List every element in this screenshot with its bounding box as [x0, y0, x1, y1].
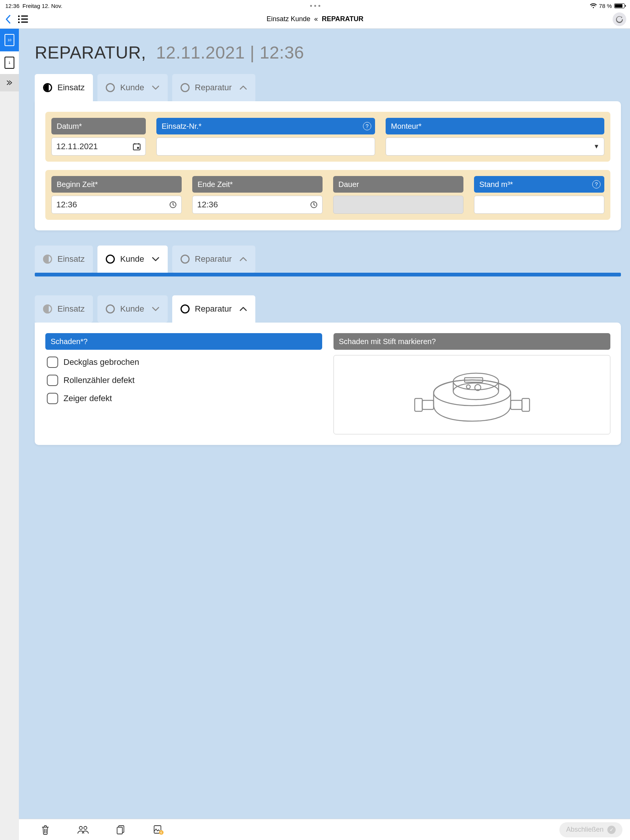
- checkbox-icon: [47, 357, 58, 368]
- svg-rect-5: [422, 400, 434, 409]
- tab-reparatur[interactable]: Reparatur: [172, 74, 255, 101]
- tab-kunde[interactable]: Kunde: [98, 245, 168, 273]
- label-monteur: Monteur*: [385, 118, 604, 134]
- tab-label: Einsatz: [57, 83, 85, 93]
- chevron-down-icon: [152, 307, 159, 311]
- people-button[interactable]: [64, 826, 102, 834]
- input-ende[interactable]: 12:36: [192, 196, 322, 214]
- calendar-icon: [133, 142, 141, 151]
- section-divider: [35, 273, 621, 276]
- chevron-up-icon: [240, 257, 247, 261]
- svg-rect-1: [137, 147, 139, 149]
- help-icon[interactable]: ?: [592, 180, 600, 188]
- tab-strip-kunde: Einsatz Kunde Reparatur: [19, 245, 630, 273]
- circle-icon: [180, 83, 189, 92]
- svg-point-15: [84, 826, 87, 829]
- finish-label: Abschließen: [566, 826, 603, 834]
- check-rollenzaehler[interactable]: Rollenzähler defekt: [47, 375, 322, 386]
- tab-label: Kunde: [120, 304, 144, 314]
- tab-label: Reparatur: [195, 304, 232, 314]
- input-value: 12:36: [197, 200, 218, 210]
- help-icon[interactable]: ?: [84, 337, 88, 346]
- input-einsatz-nr[interactable]: [156, 137, 375, 156]
- document-icon: 10: [5, 34, 14, 46]
- chevron-down-icon: [152, 257, 159, 261]
- tab-label: Kunde: [120, 254, 144, 264]
- input-value: 12.11.2021: [56, 142, 98, 152]
- svg-text:€: €: [161, 831, 163, 834]
- half-circle-icon: [43, 305, 52, 314]
- battery-icon: [614, 3, 625, 8]
- circle-icon: [106, 254, 115, 264]
- card-einsatz: Datum* 12.11.2021 Einsatz-Nr.*?: [35, 101, 621, 231]
- trash-button[interactable]: [27, 825, 64, 835]
- dropdown-icon: ▼: [594, 143, 599, 150]
- finish-button[interactable]: Abschließen: [559, 822, 622, 837]
- select-monteur[interactable]: ▼: [385, 137, 604, 156]
- tab-reparatur[interactable]: Reparatur: [172, 295, 255, 322]
- copy-button[interactable]: [102, 825, 140, 835]
- bottom-toolbar: € Abschließen: [19, 819, 630, 840]
- svg-rect-4: [415, 398, 422, 411]
- check-circle-icon: [607, 826, 616, 834]
- input-stand[interactable]: [474, 196, 604, 214]
- page-title: REPARATUR, 12.11.2021 | 12:36: [19, 29, 630, 74]
- input-beginn[interactable]: 12:36: [51, 196, 182, 214]
- check-label: Deckglas gebrochen: [63, 357, 139, 367]
- svg-rect-6: [511, 400, 522, 409]
- sidebar-doc-current[interactable]: 10: [0, 29, 19, 51]
- label-einsatz-nr: Einsatz-Nr.*?: [156, 118, 375, 134]
- document-icon: 1: [5, 57, 14, 69]
- input-value: 12:36: [56, 200, 77, 210]
- input-datum[interactable]: 12.11.2021: [51, 137, 146, 156]
- image-coin-button[interactable]: €: [140, 825, 177, 835]
- status-bar: 12:36 Freitag 12. Nov. 78 %: [0, 0, 630, 10]
- check-label: Zeiger defekt: [63, 393, 112, 403]
- tab-kunde[interactable]: Kunde: [98, 295, 168, 322]
- check-deckglas[interactable]: Deckglas gebrochen: [47, 357, 322, 368]
- circle-icon: [180, 254, 189, 264]
- tab-reparatur[interactable]: Reparatur: [172, 245, 255, 273]
- tab-einsatz[interactable]: Einsatz: [35, 245, 93, 273]
- nav-bar: Einsatz Kunde « REPARATUR: [0, 10, 630, 29]
- help-icon[interactable]: ?: [432, 337, 436, 346]
- label-beginn: Beginn Zeit*: [51, 176, 182, 193]
- nav-title: Einsatz Kunde « REPARATUR: [0, 15, 630, 23]
- svg-point-8: [434, 380, 511, 406]
- chevron-down-icon: [152, 85, 159, 90]
- help-icon[interactable]: ?: [363, 122, 371, 130]
- circle-icon: [106, 305, 115, 314]
- label-ende: Ende Zeit*: [192, 176, 322, 193]
- svg-point-14: [79, 826, 82, 829]
- tab-einsatz[interactable]: Einsatz: [35, 74, 93, 101]
- clock-icon: [169, 201, 177, 208]
- svg-rect-7: [522, 398, 529, 411]
- side-rail: 10 1: [0, 29, 19, 840]
- checkbox-icon: [47, 375, 58, 386]
- chevron-up-icon: [240, 85, 247, 90]
- tab-strip-reparatur: Einsatz Kunde Reparatur: [19, 295, 630, 322]
- circle-icon: [180, 305, 189, 314]
- label-dauer: Dauer: [333, 176, 463, 193]
- tab-einsatz[interactable]: Einsatz: [35, 295, 93, 322]
- label-stand: Stand m³*?: [474, 176, 604, 193]
- sidebar-expand[interactable]: [0, 74, 19, 92]
- multitask-dots: [0, 5, 630, 7]
- half-circle-icon: [43, 83, 52, 92]
- tab-label: Einsatz: [57, 304, 85, 314]
- half-circle-icon: [43, 254, 52, 264]
- checkbox-icon: [47, 393, 58, 404]
- input-dauer: [333, 196, 463, 214]
- circle-icon: [106, 83, 115, 92]
- label-mark: Schaden mit Stift markieren?: [333, 333, 610, 350]
- card-reparatur: Schaden*? Deckglas gebrochen Rollenzähle…: [35, 322, 621, 445]
- tab-label: Reparatur: [195, 254, 232, 264]
- svg-rect-0: [133, 144, 140, 150]
- tab-label: Einsatz: [57, 254, 85, 264]
- tab-kunde[interactable]: Kunde: [98, 74, 168, 101]
- check-zeiger[interactable]: Zeiger defekt: [47, 393, 322, 404]
- label-datum: Datum*: [51, 118, 146, 134]
- meter-drawing-canvas[interactable]: [333, 355, 610, 434]
- sidebar-doc-other[interactable]: 1: [0, 51, 19, 74]
- tab-strip-einsatz: Einsatz Kunde Reparatur: [19, 74, 630, 101]
